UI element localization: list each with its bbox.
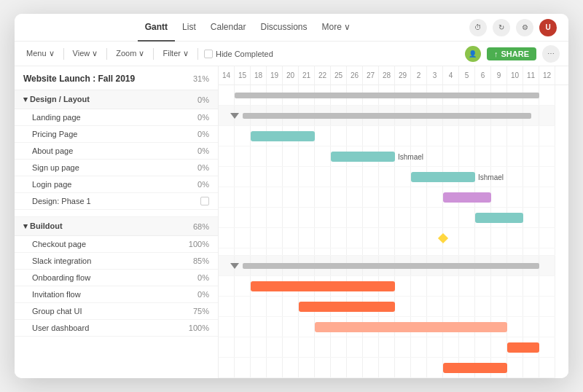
toolbar: Menu ∨ View ∨ Zoom ∨ Filter ∨ Hide Compl… xyxy=(15,42,568,66)
gantt-bar[interactable] xyxy=(299,302,395,312)
task-pricing-page-pct: 0% xyxy=(197,130,209,138)
section-buildout-header[interactable]: ▾ Buildout 68% xyxy=(15,217,218,236)
task-design-phase1-checkbox[interactable] xyxy=(200,197,209,205)
task-onboarding-name: Onboarding flow xyxy=(32,273,90,282)
gantt-bar[interactable] xyxy=(243,113,531,119)
gantt-row-12 xyxy=(219,317,555,337)
gantt-row-10 xyxy=(219,276,555,297)
gantt-col-2: 2 xyxy=(411,66,427,85)
share-button[interactable]: ↑ SHARE xyxy=(487,47,536,60)
gantt-col-21: 21 xyxy=(299,66,315,85)
gantt-bar[interactable] xyxy=(507,342,539,353)
gantt-col-20: 20 xyxy=(283,66,299,85)
gantt-area: 141518192021222526272829234569101112 Ish… xyxy=(219,66,568,378)
user-avatar-sm[interactable]: 👤 xyxy=(465,46,481,62)
gantt-col-3: 3 xyxy=(427,66,443,85)
gantt-bar[interactable] xyxy=(251,131,315,141)
tab-discussions[interactable]: Discussions xyxy=(254,14,315,42)
gantt-col-25: 25 xyxy=(331,66,347,85)
project-header: Website Launch : Fall 2019 31% xyxy=(15,66,218,90)
gantt-bar-label: Ishmael xyxy=(478,173,504,181)
top-nav: Gantt List Calendar Discussions More ∨ ⏱… xyxy=(15,14,568,42)
hide-completed-checkbox[interactable] xyxy=(204,50,213,58)
nav-tabs: Gantt List Calendar Discussions More ∨ xyxy=(26,14,469,42)
gantt-bar[interactable] xyxy=(475,213,523,223)
filter-button[interactable]: Filter ∨ xyxy=(160,47,192,60)
section-design-header[interactable]: ▾ Design / Layout 0% xyxy=(15,90,218,109)
gantt-bar[interactable] xyxy=(331,152,395,162)
task-about-page-pct: 0% xyxy=(197,146,209,155)
section-buildout-title: ▾ Buildout xyxy=(23,222,63,231)
gantt-row-11 xyxy=(219,297,555,317)
tab-gantt[interactable]: Gantt xyxy=(138,14,175,42)
gantt-row-2 xyxy=(219,126,555,146)
gantt-col-5: 5 xyxy=(459,66,475,85)
gantt-row-6 xyxy=(219,208,555,228)
task-onboarding-flow[interactable]: Onboarding flow 0% xyxy=(15,270,218,286)
gantt-body: IshmaelIshmael xyxy=(219,85,568,378)
gantt-row-0 xyxy=(219,85,555,106)
section-design-pct: 0% xyxy=(197,95,209,104)
task-landing-page[interactable]: Landing page 0% xyxy=(15,109,218,126)
task-landing-page-pct: 0% xyxy=(197,113,209,122)
hide-completed-label: Hide Completed xyxy=(216,50,273,58)
task-login-page[interactable]: Login page 0% xyxy=(15,176,218,193)
gantt-row-3: Ishmael xyxy=(219,146,555,167)
nav-right: ⏱ ↻ ⚙ U xyxy=(469,19,557,36)
task-about-page[interactable]: About page 0% xyxy=(15,143,218,160)
gantt-bar[interactable] xyxy=(443,363,507,373)
spacer-row xyxy=(15,210,218,217)
task-signup-page-name: Sign up page xyxy=(32,163,79,172)
task-signup-page-pct: 0% xyxy=(197,163,209,172)
share-icon: ↑ xyxy=(494,50,498,58)
gantt-col-12: 12 xyxy=(539,66,555,85)
task-invitation-pct: 0% xyxy=(197,290,209,299)
gantt-bar[interactable] xyxy=(251,281,395,291)
task-dashboard-name: User dashboard xyxy=(32,324,89,332)
gantt-bar-label: Ishmael xyxy=(398,152,423,160)
task-group-chat-pct: 75% xyxy=(193,307,209,315)
task-landing-page-name: Landing page xyxy=(32,113,81,122)
gantt-bar[interactable] xyxy=(235,93,539,98)
task-login-page-name: Login page xyxy=(32,180,71,189)
gantt-bar[interactable] xyxy=(243,263,539,269)
gantt-section-triangle xyxy=(230,263,239,269)
gantt-row-5 xyxy=(219,187,555,208)
refresh-icon[interactable]: ↻ xyxy=(493,19,510,36)
task-group-chat[interactable]: Group chat UI 75% xyxy=(15,303,218,320)
task-checkout-page[interactable]: Checkout page 100% xyxy=(15,236,218,253)
tab-more[interactable]: More ∨ xyxy=(315,14,359,42)
task-checkout-page-pct: 100% xyxy=(189,240,209,248)
task-invitation-flow[interactable]: Invitation flow 0% xyxy=(15,286,218,303)
gantt-row-4: Ishmael xyxy=(219,167,555,187)
view-button[interactable]: View ∨ xyxy=(70,47,101,60)
settings-icon[interactable]: ⚙ xyxy=(516,19,533,36)
tab-list[interactable]: List xyxy=(175,14,203,42)
gantt-col-11: 11 xyxy=(523,66,539,85)
gantt-bar[interactable] xyxy=(315,322,507,332)
task-pricing-page-name: Pricing Page xyxy=(32,130,77,138)
history-icon[interactable]: ⏱ xyxy=(469,19,487,36)
more-options-icon[interactable]: ⋯ xyxy=(542,45,560,63)
gantt-bar[interactable] xyxy=(411,172,475,182)
menu-button[interactable]: Menu ∨ xyxy=(23,47,58,60)
task-onboarding-pct: 0% xyxy=(197,273,209,282)
avatar[interactable]: U xyxy=(539,19,557,36)
hide-completed-toggle[interactable]: Hide Completed xyxy=(204,50,273,58)
task-slack-pct: 85% xyxy=(193,256,209,265)
share-label: SHARE xyxy=(501,50,529,58)
section-buildout-pct: 68% xyxy=(193,222,209,231)
gantt-col-14: 14 xyxy=(219,66,235,85)
gantt-col-4: 4 xyxy=(443,66,459,85)
task-signup-page[interactable]: Sign up page 0% xyxy=(15,160,218,176)
task-user-dashboard[interactable]: User dashboard 100% xyxy=(15,320,218,337)
tab-calendar[interactable]: Calendar xyxy=(203,14,254,42)
task-pricing-page[interactable]: Pricing Page 0% xyxy=(15,126,218,143)
task-design-phase1[interactable]: Design: Phase 1 xyxy=(15,193,218,210)
gantt-col-28: 28 xyxy=(379,66,395,85)
zoom-button[interactable]: Zoom ∨ xyxy=(113,47,147,60)
gantt-row-13 xyxy=(219,337,555,358)
task-dashboard-pct: 100% xyxy=(189,324,209,332)
gantt-bar[interactable] xyxy=(443,192,491,203)
task-slack-integration[interactable]: Slack integration 85% xyxy=(15,253,218,270)
